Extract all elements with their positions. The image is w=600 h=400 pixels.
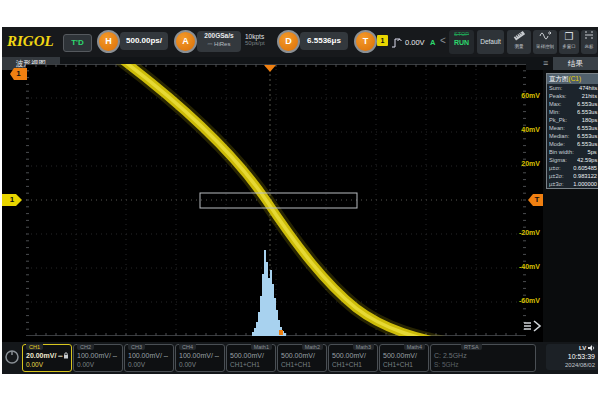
ch1-offset-marker[interactable]: 1	[2, 194, 22, 206]
cursor-button[interactable]: 光标	[581, 30, 597, 54]
default-button[interactable]: Default	[477, 30, 504, 54]
acquire-control-button[interactable]: 采样控制	[533, 30, 557, 54]
collapse-arrow-icon[interactable]: <	[440, 35, 446, 46]
top-toolbar: RIGOL T'D H 500.00ps/ A 200GSa/s ⎓ HiRes…	[2, 27, 598, 58]
stat-row: Peaks:21hits	[547, 92, 598, 100]
speaker-icon	[588, 345, 595, 351]
stat-row: Sum:474hits	[547, 84, 598, 92]
volt-label: 40mV	[500, 126, 540, 133]
trigger-knob-button[interactable]: T	[354, 30, 377, 53]
stat-row: Mode:6.553us	[547, 140, 598, 148]
cursor-icon	[581, 30, 597, 43]
multi-window-button[interactable]: ❐ 多窗口	[559, 30, 579, 54]
trigger-level-value[interactable]: 0.00V	[405, 38, 425, 47]
channel-box-ch2[interactable]: CH2 100.00mV/ ⎓ 0.00V	[73, 344, 123, 372]
volt-label: -40mV	[500, 263, 540, 270]
graticule	[26, 64, 526, 336]
waveform-arrow-icon	[533, 30, 557, 43]
coupling-icon: ⎓	[215, 353, 219, 359]
memory-depth-box: 10kpts 50ps/pt	[245, 33, 265, 47]
rigol-logo: RIGOL	[7, 33, 54, 50]
histogram-bars	[252, 250, 286, 336]
waveform-display[interactable]: 6.55μs 6.55μs 6.55μs 6.55μs 6.55μs 6.55μ…	[26, 64, 526, 336]
clock-date: 2024/08/02	[546, 361, 595, 369]
stat-row: μ±2σ:0.983122	[547, 172, 598, 180]
delay-value[interactable]: 6.5536μs	[300, 32, 348, 50]
run-stop-button[interactable]: STOP RUN	[449, 30, 474, 54]
stats-channel-badge: (C1)	[569, 75, 582, 82]
histogram-stats-title: 直方图(C1)	[547, 74, 598, 84]
histogram-cursor-dot	[279, 330, 283, 335]
stat-row: Min:6.553us	[547, 108, 598, 116]
stat-row: Bin width:5ps	[547, 148, 598, 156]
delay-knob-button[interactable]: D	[277, 30, 300, 53]
acquire-knob-button[interactable]: A	[174, 30, 197, 53]
channel-status-bar: CH1 20.00mV/ ⎓ 0.00V CH2 100.00mV/ ⎓ 0.0…	[2, 342, 598, 374]
ruler-icon	[507, 30, 531, 43]
clock-time: 10:53:39	[546, 352, 595, 361]
measure-button[interactable]: 测量	[507, 30, 531, 54]
stat-row: Mean:6.553us	[547, 124, 598, 132]
math-box-math4[interactable]: Math4 500.00mV/ CH1+CH1	[379, 344, 429, 372]
sample-resolution: 50ps/pt	[245, 40, 265, 47]
math-box-math3[interactable]: Math3 500.00mV/ CH1+CH1	[328, 344, 378, 372]
screenshot-root: { "toolbar": { "logo": "RIGOL", "trigger…	[0, 0, 600, 400]
stat-row: μ±3σ:1.000000	[547, 180, 598, 188]
stat-row: Sigma:42.59ps	[547, 156, 598, 164]
volt-label: -60mV	[500, 297, 540, 304]
rtsa-box[interactable]: RTSA C: 2.5GHz S: 5GHz	[430, 344, 536, 372]
horizontal-scale-value[interactable]: 500.00ps/	[120, 32, 168, 50]
memory-depth: 10kpts	[245, 33, 265, 40]
stat-row: Median:6.553us	[547, 132, 598, 140]
clock-box[interactable]: LV 10:53:39 2024/08/02	[546, 344, 598, 370]
expand-menu-icon[interactable]	[522, 318, 542, 334]
trigger-source-badge[interactable]: 1	[377, 35, 388, 46]
lan-indicator: LV	[579, 345, 586, 351]
coupling-icon: ⎓	[113, 353, 117, 359]
plot-svg	[26, 64, 526, 336]
stat-row: μ±σ:0.605485	[547, 164, 598, 172]
coupling-icon: ⎓	[164, 353, 168, 359]
lock-icon	[63, 352, 69, 359]
trigger-slope-icon	[391, 36, 402, 49]
math-box-math1[interactable]: Math1 500.00mV/ CH1+CH1	[226, 344, 276, 372]
channel-box-ch4[interactable]: CH4 100.00mV/ ⎓ 0.00V	[175, 344, 225, 372]
horizontal-knob-button[interactable]: H	[97, 30, 120, 53]
histogram-stats-box[interactable]: 直方图(C1) Sum:474hits Peaks:21hits Max:6.5…	[546, 73, 598, 189]
channel-box-ch3[interactable]: CH3 100.00mV/ ⎓ 0.00V	[124, 344, 174, 372]
windows-icon: ❐	[559, 30, 579, 43]
sample-rate: 200GSa/s	[197, 31, 241, 41]
panel-menu-icon[interactable]: ≡	[543, 58, 548, 68]
stat-row: Pk_Pk:180ps	[547, 116, 598, 124]
volt-label: 60mV	[500, 92, 540, 99]
channel-box-ch1[interactable]: CH1 20.00mV/ ⎓ 0.00V	[22, 344, 72, 372]
acquire-value-box[interactable]: 200GSa/s ⎓ HiRes	[197, 31, 241, 52]
acquire-mode: ⎓ HiRes	[197, 41, 241, 48]
trigger-sweep-badge: A	[430, 38, 435, 47]
stat-row: Max:6.553us	[547, 100, 598, 108]
trigger-status-badge: T'D	[63, 34, 92, 52]
oscilloscope-screen: RIGOL T'D H 500.00ps/ A 200GSa/s ⎓ HiRes…	[2, 27, 598, 374]
vertical-knob-icon[interactable]	[4, 348, 20, 366]
math-box-math2[interactable]: Math2 500.00mV/ CH1+CH1	[277, 344, 327, 372]
trigger-position-marker[interactable]	[264, 65, 276, 72]
results-panel-header[interactable]: 结果	[553, 57, 598, 70]
volt-label: 20mV	[500, 160, 540, 167]
volt-label: -20mV	[500, 229, 540, 236]
